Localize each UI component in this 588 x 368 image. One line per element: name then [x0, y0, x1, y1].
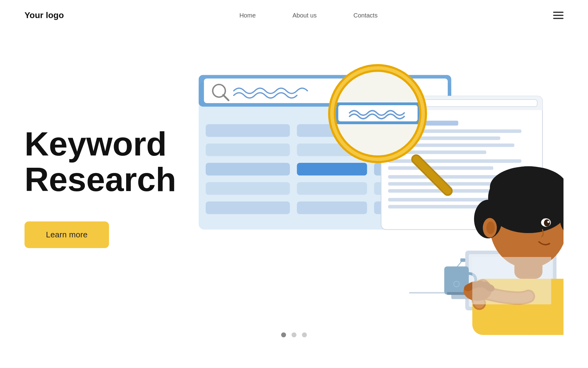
svg-rect-57: [460, 258, 465, 262]
learn-more-button[interactable]: Learn more: [24, 221, 109, 248]
svg-rect-38: [388, 198, 497, 201]
svg-point-78: [486, 221, 495, 234]
hero-illustration: [178, 31, 564, 343]
hero-title: Keyword Research: [24, 126, 178, 197]
dot-3[interactable]: [302, 332, 307, 337]
svg-rect-11: [206, 163, 290, 175]
svg-rect-27: [418, 100, 537, 107]
svg-point-75: [544, 219, 550, 226]
svg-rect-15: [297, 182, 367, 195]
nav-about[interactable]: About us: [292, 12, 317, 19]
slide-dots: [281, 332, 307, 337]
nav-contacts[interactable]: Contacts: [353, 12, 378, 19]
nav-home[interactable]: Home: [239, 12, 256, 19]
svg-rect-34: [388, 166, 493, 170]
svg-rect-79: [472, 257, 551, 305]
svg-rect-8: [206, 144, 290, 156]
logo: Your logo: [24, 10, 64, 20]
main-section: Keyword Research Learn more: [0, 31, 588, 343]
svg-rect-14: [206, 182, 290, 195]
svg-rect-17: [206, 201, 290, 214]
dot-2[interactable]: [292, 332, 296, 337]
svg-rect-5: [206, 124, 290, 137]
hero-left: Keyword Research Learn more: [24, 126, 178, 248]
svg-point-76: [547, 221, 549, 223]
svg-rect-12: [297, 163, 367, 175]
nav: Home About us Contacts: [239, 12, 378, 19]
svg-rect-55: [447, 292, 466, 295]
hamburger-menu[interactable]: [553, 12, 564, 19]
svg-rect-18: [297, 201, 367, 214]
svg-rect-33: [388, 159, 521, 163]
illustration-svg: [178, 40, 564, 356]
dot-1[interactable]: [281, 332, 286, 337]
header: Your logo Home About us Contacts: [0, 0, 588, 31]
